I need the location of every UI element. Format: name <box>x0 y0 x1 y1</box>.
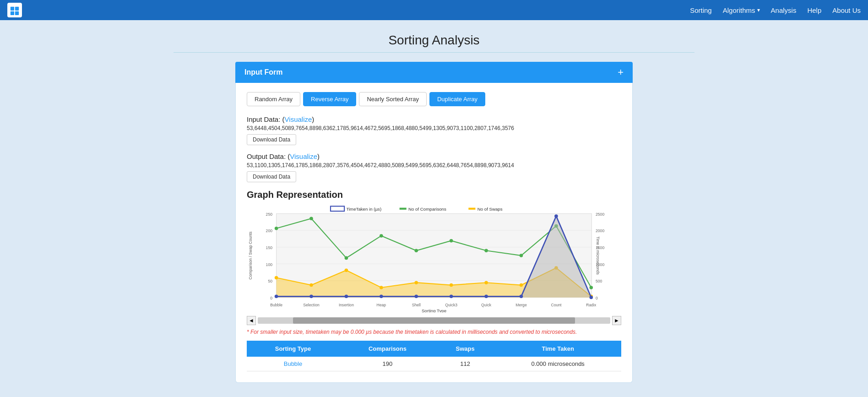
svg-text:Insertion: Insertion <box>339 303 354 307</box>
svg-text:No of Swaps: No of Swaps <box>477 207 503 212</box>
cell-time-taken: 0.000 microseconds <box>494 357 621 371</box>
svg-point-62 <box>309 295 313 299</box>
svg-point-64 <box>380 295 383 299</box>
col-sorting-type: Sorting Type <box>247 341 339 357</box>
warning-text: * For smaller input size, timetaken may … <box>247 329 621 335</box>
svg-point-68 <box>520 295 523 299</box>
scroll-right-arrow[interactable]: ► <box>612 316 621 325</box>
svg-rect-4 <box>331 206 344 211</box>
svg-text:200: 200 <box>266 228 273 233</box>
svg-text:Count: Count <box>551 303 562 307</box>
input-form-header: Input Form + <box>235 62 633 83</box>
scroll-left-arrow[interactable]: ◄ <box>247 316 256 325</box>
output-visualize-link[interactable]: Visualize <box>290 152 317 160</box>
svg-text:No of Comparisons: No of Comparisons <box>408 207 446 212</box>
scroll-track[interactable] <box>258 317 610 324</box>
svg-point-46 <box>520 254 523 257</box>
svg-point-66 <box>450 295 453 299</box>
random-array-button[interactable]: Random Array <box>247 92 300 106</box>
nav-links: Sorting Algorithms Analysis Help About U… <box>690 6 861 14</box>
svg-point-51 <box>309 283 313 287</box>
svg-text:2000: 2000 <box>596 228 604 233</box>
input-data-label: Input Data: (Visualize) <box>247 115 621 123</box>
input-visualize-link[interactable]: Visualize <box>285 115 312 123</box>
cell-swaps: 112 <box>436 357 494 371</box>
output-data-section: Output Data: (Visualize) 53,1100,1305,17… <box>247 152 621 182</box>
input-form-title: Input Form <box>244 68 283 76</box>
col-swaps: Swaps <box>436 341 494 357</box>
svg-text:100: 100 <box>266 262 273 267</box>
svg-text:150: 150 <box>266 245 273 250</box>
svg-text:Selection: Selection <box>303 303 320 307</box>
svg-text:2500: 2500 <box>596 212 604 217</box>
array-buttons: Random Array Reverse Array Nearly Sorted… <box>247 92 621 106</box>
nav-help[interactable]: Help <box>807 6 821 14</box>
svg-point-50 <box>275 276 278 280</box>
svg-text:250: 250 <box>266 212 273 217</box>
svg-text:Comparison / Swap Counts: Comparison / Swap Counts <box>248 232 253 280</box>
cell-sorting-type: Bubble <box>247 357 339 371</box>
svg-point-44 <box>450 239 453 243</box>
table-row: Bubble 190 112 0.000 microseconds <box>247 357 621 371</box>
svg-point-55 <box>450 283 453 287</box>
bubble-link[interactable]: Bubble <box>284 360 302 367</box>
page-title: Sorting Analysis <box>0 33 868 48</box>
svg-point-53 <box>380 286 383 289</box>
svg-text:Shell: Shell <box>412 303 421 307</box>
svg-rect-3 <box>15 11 19 15</box>
svg-text:TimeTaken in (µs): TimeTaken in (µs) <box>346 207 381 212</box>
input-download-button[interactable]: Download Data <box>247 134 296 145</box>
scroll-thumb <box>293 317 575 324</box>
navbar: Sorting Algorithms Analysis Help About U… <box>0 0 868 20</box>
title-divider <box>174 52 694 53</box>
svg-text:Merge: Merge <box>515 303 527 307</box>
col-time-taken: Time Taken <box>494 341 621 357</box>
expand-icon[interactable]: + <box>618 66 624 78</box>
svg-rect-2 <box>11 11 14 15</box>
output-data-label: Output Data: (Visualize) <box>247 152 621 160</box>
nav-sorting[interactable]: Sorting <box>690 6 712 14</box>
svg-point-41 <box>345 256 348 260</box>
svg-text:0: 0 <box>270 296 272 300</box>
svg-text:Sorting Type: Sorting Type <box>422 308 446 312</box>
input-data-section: Input Data: (Visualize) 53,6448,4504,508… <box>247 115 621 145</box>
svg-point-63 <box>345 295 348 299</box>
svg-text:0: 0 <box>596 296 598 300</box>
svg-rect-8 <box>468 208 475 210</box>
output-download-button[interactable]: Download Data <box>247 171 296 182</box>
nearly-sorted-array-button[interactable]: Nearly Sorted Array <box>359 92 426 106</box>
svg-point-48 <box>590 286 593 289</box>
svg-point-39 <box>275 227 278 230</box>
svg-point-57 <box>520 283 523 287</box>
nav-analysis[interactable]: Analysis <box>771 6 797 14</box>
chart-wrapper: TimeTaken in (µs) No of Comparisons No o… <box>247 204 621 312</box>
svg-point-43 <box>414 249 418 252</box>
svg-point-42 <box>380 234 383 238</box>
input-data-values: 53,6448,4504,5089,7654,8898,6362,1785,96… <box>247 125 621 131</box>
data-table: Sorting Type Comparisons Swaps Time Take… <box>247 341 621 371</box>
svg-point-65 <box>414 295 418 299</box>
nav-algorithms[interactable]: Algorithms <box>723 6 760 14</box>
nav-about-us[interactable]: About Us <box>832 6 861 14</box>
svg-text:Time in microseconds: Time in microseconds <box>596 236 600 274</box>
table-header: Sorting Type Comparisons Swaps Time Take… <box>247 341 621 357</box>
svg-point-69 <box>554 214 558 218</box>
logo[interactable] <box>7 3 22 17</box>
svg-rect-0 <box>11 7 14 11</box>
svg-rect-1 <box>15 7 19 11</box>
main-container: Input Form + Random Array Reverse Array … <box>228 62 640 397</box>
svg-point-45 <box>484 249 488 252</box>
svg-rect-6 <box>400 208 407 210</box>
svg-text:50: 50 <box>268 279 272 283</box>
reverse-array-button[interactable]: Reverse Array <box>303 92 356 106</box>
svg-text:Quick: Quick <box>481 303 492 307</box>
svg-text:Quick3: Quick3 <box>445 303 457 307</box>
duplicate-array-button[interactable]: Duplicate Array <box>429 92 485 106</box>
cell-comparisons: 190 <box>339 357 436 371</box>
svg-text:Radix: Radix <box>586 303 597 307</box>
svg-point-67 <box>484 295 488 299</box>
svg-text:500: 500 <box>596 279 602 283</box>
svg-text:Heap: Heap <box>377 303 386 307</box>
output-data-values: 53,1100,1305,1746,1785,1868,2807,3576,45… <box>247 162 621 169</box>
graph-title: Graph Representation <box>247 190 621 200</box>
